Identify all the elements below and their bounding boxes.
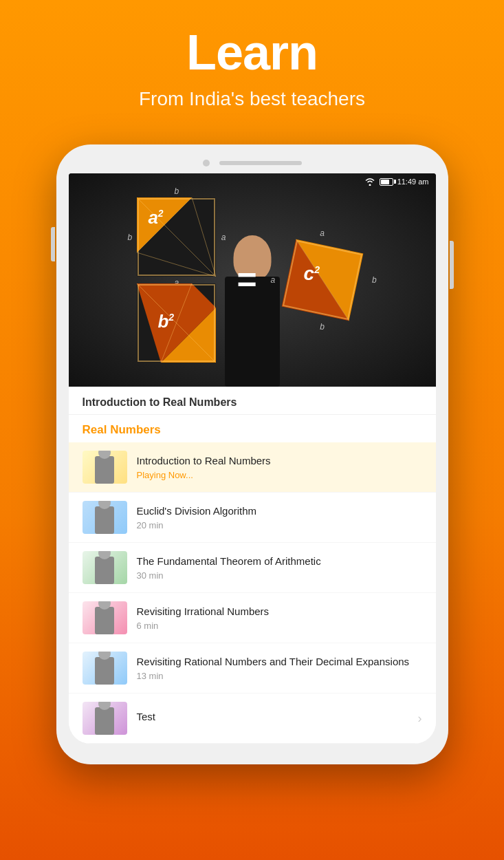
hero-section: Learn From India's best teachers: [0, 0, 504, 131]
hero-title: Learn: [186, 28, 318, 77]
lesson-thumbnail: [83, 652, 127, 685]
lesson-thumbnail: [83, 551, 127, 584]
lesson-info: Euclid's Division Algorithm20 min: [137, 504, 422, 531]
lesson-thumbnail: [83, 501, 127, 534]
side-button-right: [450, 241, 454, 289]
lesson-meta: Playing Now...: [137, 470, 422, 480]
lesson-thumbnail: [83, 702, 127, 735]
lesson-info: Revisiting Irrational Numbers6 min: [137, 605, 422, 632]
wifi-icon: [364, 178, 375, 186]
phone-top-bar: [69, 160, 436, 166]
phone-mockup: 11:49 am B: [56, 144, 448, 764]
side-button-left: [51, 227, 55, 261]
lesson-info: Introduction to Real NumbersPlaying Now.…: [137, 454, 422, 481]
lesson-item[interactable]: Euclid's Division Algorithm20 min: [69, 493, 436, 543]
lesson-meta: 20 min: [137, 520, 422, 530]
phone-speaker: [219, 161, 302, 165]
lesson-thumbnail: [83, 451, 127, 484]
lesson-title: Introduction to Real Numbers: [137, 454, 422, 468]
lesson-item[interactable]: Introduction to Real NumbersPlaying Now.…: [69, 442, 436, 493]
math-equation: a2 b a b a: [137, 197, 366, 363]
a2-label: a2: [148, 207, 163, 228]
lesson-item[interactable]: Revisiting Irrational Numbers6 min: [69, 593, 436, 643]
content-header: Introduction to Real Numbers: [69, 387, 436, 415]
lesson-item[interactable]: Revisiting Rational Numbers and Their De…: [69, 643, 436, 694]
battery-icon: [380, 178, 393, 186]
left-side: a2 b a b a: [137, 197, 216, 363]
lesson-title: Revisiting Irrational Numbers: [137, 605, 422, 619]
status-time: 11:49 am: [397, 178, 429, 186]
lesson-meta: 13 min: [137, 671, 422, 681]
hero-subtitle: From India's best teachers: [139, 88, 365, 110]
lesson-meta: 30 min: [137, 570, 422, 581]
chevron-right-icon: ›: [418, 711, 422, 726]
c2-label: c2: [304, 263, 320, 285]
equals-sign: =: [237, 260, 256, 300]
math-scene: a2 b a b a: [69, 173, 436, 387]
c2-box: c2 a b b a: [278, 235, 367, 325]
lesson-info: Revisiting Rational Numbers and Their De…: [137, 655, 422, 682]
lesson-thumbnail: [83, 601, 127, 634]
lesson-title: Revisiting Rational Numbers and Their De…: [137, 655, 422, 669]
lesson-info: The Fundamental Theorem of Arithmetic30 …: [137, 555, 422, 581]
lesson-item[interactable]: The Fundamental Theorem of Arithmetic30 …: [69, 543, 436, 593]
b2-label: b2: [157, 311, 174, 332]
status-bar: 11:49 am: [358, 173, 436, 190]
lesson-title: Test: [137, 710, 408, 724]
phone-dot: [203, 160, 210, 166]
video-player[interactable]: 11:49 am B: [69, 173, 436, 387]
lesson-title: The Fundamental Theorem of Arithmetic: [137, 555, 422, 568]
a2-box: a2 b a b a: [137, 197, 216, 277]
lesson-list: Introduction to Real NumbersPlaying Now.…: [69, 442, 436, 744]
b2-box: b2: [137, 283, 216, 363]
section-label: Real Numbers: [69, 415, 436, 442]
lesson-item[interactable]: Test›: [69, 694, 436, 744]
lesson-meta: 6 min: [137, 621, 422, 631]
content-title: Introduction to Real Numbers: [83, 396, 237, 408]
content-area: Introduction to Real Numbers Real Number…: [69, 387, 436, 744]
lesson-title: Euclid's Division Algorithm: [137, 504, 422, 518]
lesson-info: Test: [137, 710, 408, 727]
